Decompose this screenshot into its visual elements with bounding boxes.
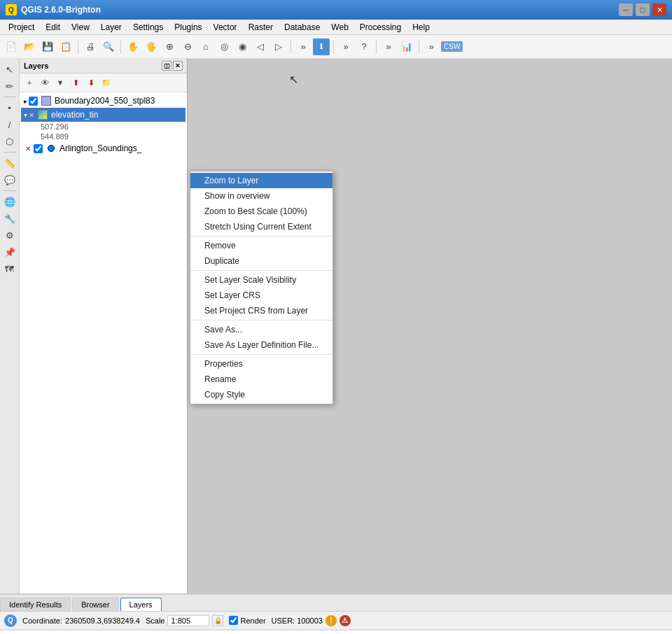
title-bar: Q QGIS 2.6.0-Brighton ─ □ ✕ [0,0,672,20]
layer-up-button[interactable]: ⬆ [69,76,83,90]
layer-subitem-2: 544.889 [21,132,186,141]
layer-name-elevation: elevation_tin [51,110,98,120]
cm-set-layer-crs[interactable]: Set Layer CRS [190,288,332,303]
layer-item-elevation[interactable]: ▾ ✕ elevation_tin [21,108,186,122]
cm-save-layer-def[interactable]: Save As Layer Definition File... [190,337,332,353]
render-checkbox[interactable] [229,616,238,625]
draw-point-button[interactable]: • [2,100,18,115]
toolbar-separator-2 [120,40,121,54]
maximize-button[interactable]: □ [636,3,650,16]
cm-properties[interactable]: Properties [190,356,332,372]
more-button-3[interactable]: » [380,38,397,55]
remove-layer-button[interactable]: 👁 [38,76,52,90]
zoom-full-button[interactable]: ⌂ [197,38,214,55]
layer-x-arlington: ✕ [25,145,31,153]
draw-line-button[interactable]: / [2,117,18,132]
zoom-prev-button[interactable]: ◁ [252,38,269,55]
help-button[interactable]: ? [356,38,372,55]
plugin-btn-2[interactable]: 🔧 [2,211,18,226]
layer-visible-boundary[interactable] [29,97,38,106]
menu-vector[interactable]: Vector [208,21,243,34]
cm-zoom-best-scale[interactable]: Zoom to Best Scale (100%) [190,204,332,219]
scale-input[interactable] [167,615,209,626]
open-button[interactable]: 📂 [21,38,38,55]
menu-project[interactable]: Project [3,21,40,34]
menu-edit[interactable]: Edit [40,21,66,34]
cm-duplicate[interactable]: Duplicate [190,253,332,269]
coordinate-display: Coordinate: 2360509.3,6938249.4 [22,617,140,625]
cm-show-overview[interactable]: Show in overview [190,188,332,204]
new-project-button[interactable]: 📄 [3,38,20,55]
layer-down-button[interactable]: ⬇ [84,76,98,90]
layer-item-boundary[interactable]: ▸ Boundary2004_550_stpl83 [21,94,186,108]
left-toolbar: ↖ ✏ • / ⬡ 📏 💬 🌐 🔧 ⚙ 📌 🗺 [0,59,20,593]
menu-plugins[interactable]: Plugins [169,21,207,34]
select-button[interactable]: ↖ [2,62,18,77]
more-button-4[interactable]: » [423,38,440,55]
render-display: Render [229,616,265,625]
group-button[interactable]: 📁 [99,76,113,90]
minimize-button[interactable]: ─ [619,3,633,16]
layer-color-elevation [38,110,48,120]
tab-identify-results[interactable]: Identify Results [0,598,71,611]
cm-remove[interactable]: Remove [190,238,332,253]
menu-raster[interactable]: Raster [243,21,279,34]
cm-set-project-crs[interactable]: Set Project CRS from Layer [190,303,332,318]
more-tools-button[interactable]: » [295,38,312,55]
csw-button[interactable]: CSW [441,41,463,52]
menu-view[interactable]: View [66,21,95,34]
cm-zoom-to-layer[interactable]: Zoom to Layer [190,173,332,188]
filter-button[interactable]: ▼ [53,76,67,90]
zoom-out-button[interactable]: ⊖ [179,38,196,55]
save-as-button[interactable]: 📋 [57,38,74,55]
menu-help[interactable]: Help [407,21,435,34]
layers-float-button[interactable]: ◫ [162,61,172,71]
save-button[interactable]: 💾 [39,38,56,55]
menu-web[interactable]: Web [326,21,354,34]
annotate-button[interactable]: 💬 [2,172,18,188]
layer-visible-arlington[interactable] [34,144,43,153]
measure-button[interactable]: 📏 [2,155,18,171]
zoom-layer-button[interactable]: ◎ [216,38,232,55]
plugin-btn-1[interactable]: 🌐 [2,194,18,209]
plugin-btn-4[interactable]: 📌 [2,244,18,260]
draw-polygon-button[interactable]: ⬡ [2,134,18,149]
layers-close-button[interactable]: ✕ [173,61,183,71]
layers-panel-header: Layers ◫ ✕ [20,59,187,73]
pan-map-button[interactable]: 🖐 [143,38,160,55]
lock-scale-button[interactable]: 🔒 [212,615,223,626]
bottom-text-area: 11. Τώρα θα δείτε την πλήρη έκταση της ε… [0,629,672,634]
add-layer-button[interactable]: + [22,76,36,90]
edit-button[interactable]: ✏ [2,78,18,94]
cm-save-as[interactable]: Save As... [190,322,332,337]
menu-processing[interactable]: Processing [354,21,407,34]
print-button[interactable]: 🖨 [82,38,99,55]
tab-bar: Identify Results Browser Layers [0,594,672,611]
cm-rename[interactable]: Rename [190,372,332,387]
window-controls[interactable]: ─ □ ✕ [619,3,666,16]
plugin-btn-5[interactable]: 🗺 [2,261,18,276]
print-preview-button[interactable]: 🔍 [100,38,117,55]
layer-item-arlington[interactable]: ✕ Arlington_Soundings_ [21,141,186,155]
zoom-selection-button[interactable]: ◉ [234,38,251,55]
plugin-btn-3[interactable]: ⚙ [2,227,18,243]
menu-database[interactable]: Database [279,21,326,34]
zoom-next-button[interactable]: ▷ [270,38,287,55]
zoom-in-button[interactable]: ⊕ [161,38,178,55]
close-button[interactable]: ✕ [652,3,666,16]
tab-layers[interactable]: Layers [120,598,162,611]
lt-separator-2 [4,152,16,153]
chart-button[interactable]: 📊 [398,38,415,55]
cm-copy-style[interactable]: Copy Style [190,387,332,402]
cm-set-scale-visibility[interactable]: Set Layer Scale Visibility [190,272,332,288]
pan-button[interactable]: ✋ [125,38,141,55]
cm-stretch-current-extent[interactable]: Stretch Using Current Extent [190,219,332,234]
coordinate-value: 2360509.3,6938249.4 [65,617,140,625]
menu-settings[interactable]: Settings [127,21,169,34]
user-display: USER: 100003 ! ⚠ [272,615,351,626]
identify-button[interactable]: ℹ [313,38,330,55]
layer-color-boundary [41,96,51,106]
menu-layer[interactable]: Layer [95,21,127,34]
more-button-2[interactable]: » [337,38,354,55]
tab-browser[interactable]: Browser [72,598,118,611]
